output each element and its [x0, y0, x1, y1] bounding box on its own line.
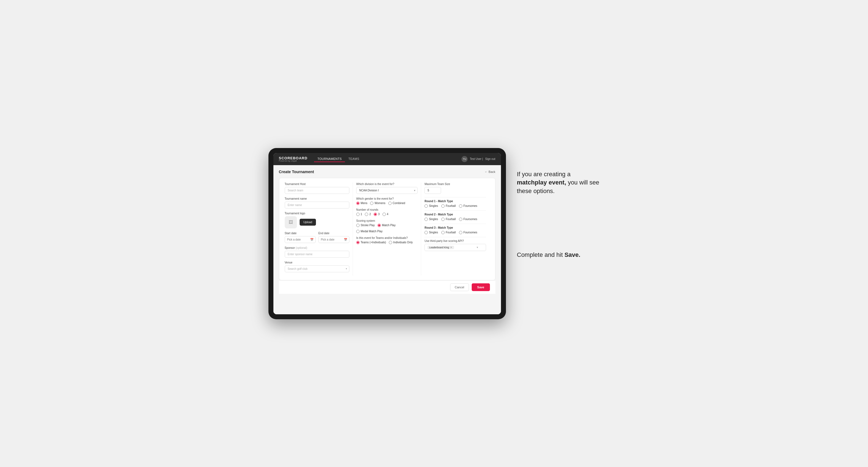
r1-singles-radio[interactable]	[425, 205, 428, 208]
round2-match-type: Round 2 - Match Type Singles Fourball	[425, 213, 486, 221]
nav-links: TOURNAMENTS TEAMS	[314, 156, 362, 162]
logo-placeholder: 🖼	[285, 216, 297, 228]
scoring-stroke-label: Stroke Play	[361, 224, 375, 227]
tournament-logo-label: Tournament logo	[285, 212, 349, 215]
end-date-group: End date 📅	[318, 232, 349, 243]
upload-button[interactable]: Upload	[300, 219, 316, 226]
r2-fourball-radio[interactable]	[441, 218, 445, 221]
r1-foursomes-radio[interactable]	[459, 205, 462, 208]
gender-combined[interactable]: Combined	[388, 201, 405, 205]
round-1[interactable]: 1	[356, 213, 362, 216]
divider4	[425, 237, 486, 237]
gender-womens-label: Womens	[374, 201, 385, 205]
signout-button[interactable]: Sign out	[485, 157, 495, 160]
round-3[interactable]: 3	[374, 213, 380, 216]
gender-womens[interactable]: Womens	[370, 201, 385, 205]
brand-subtitle: Powered by clippit	[279, 160, 308, 162]
gender-combined-radio[interactable]	[388, 201, 392, 205]
round-3-radio[interactable]	[374, 213, 377, 216]
r2-foursomes[interactable]: Foursomes	[459, 218, 477, 221]
scoring-match-label: Match Play	[382, 224, 396, 227]
r2-foursomes-radio[interactable]	[459, 218, 462, 221]
round-2[interactable]: 2	[365, 213, 371, 216]
venue-group: Venue Search golf club ▾	[285, 261, 349, 272]
gender-mens[interactable]: Mens	[356, 201, 367, 205]
r2-singles-label: Singles	[429, 218, 438, 221]
back-button[interactable]: ← Back	[485, 170, 495, 174]
max-team-size-input[interactable]	[425, 187, 441, 194]
r1-singles-label: Singles	[429, 205, 438, 208]
r1-foursomes[interactable]: Foursomes	[459, 205, 477, 208]
round-4[interactable]: 4	[382, 213, 389, 216]
api-select[interactable]: Leaderboard King ✕ ▾	[425, 244, 486, 251]
individuals-radio[interactable]	[389, 241, 392, 244]
r2-fourball[interactable]: Fourball	[441, 218, 456, 221]
api-value: Leaderboard King	[429, 246, 449, 249]
scoring-match-radio[interactable]	[377, 224, 381, 227]
r3-foursomes-radio[interactable]	[459, 231, 462, 234]
page-header: Create Tournament ← Back	[279, 169, 495, 174]
tournament-logo-group: Tournament logo 🖼 Upload	[285, 212, 349, 228]
page-title: Create Tournament	[279, 169, 314, 174]
r1-singles[interactable]: Singles	[425, 205, 438, 208]
teams-radio[interactable]	[356, 241, 360, 244]
nav-teams[interactable]: TEAMS	[345, 156, 362, 162]
nav-right: TU Test User | Sign out	[462, 156, 495, 162]
api-group: Use third-party live scoring API? Leader…	[425, 240, 486, 251]
gender-womens-radio[interactable]	[370, 201, 373, 205]
scoring-stroke[interactable]: Stroke Play	[356, 224, 375, 227]
r3-singles[interactable]: Singles	[425, 231, 438, 234]
scoring-group: Scoring system Stroke Play Match Play	[356, 219, 417, 233]
tournament-host-label: Tournament Host	[285, 183, 349, 186]
save-button[interactable]: Save	[472, 283, 490, 291]
brand-name: SCOREBOARD	[279, 156, 308, 160]
api-chevron-icon: ▾	[477, 246, 478, 249]
r3-singles-label: Singles	[429, 231, 438, 234]
sponsor-group: Sponsor (optional)	[285, 246, 349, 258]
scoring-match[interactable]: Match Play	[377, 224, 396, 227]
teams-option[interactable]: Teams (+Individuals)	[356, 241, 386, 244]
tournament-name-input[interactable]	[285, 201, 349, 209]
venue-chevron-icon: ▾	[346, 267, 347, 270]
r3-fourball-label: Fourball	[446, 231, 456, 234]
calendar-icon-end: 📅	[344, 238, 347, 241]
date-group: Start date 📅 End date	[285, 232, 349, 243]
scoring-medal-radio[interactable]	[356, 230, 360, 233]
gender-group: Which gender is the event for? Mens Wome…	[356, 197, 417, 205]
r2-singles-radio[interactable]	[425, 218, 428, 221]
r2-singles[interactable]: Singles	[425, 218, 438, 221]
form-footer: Cancel Save	[279, 280, 495, 294]
api-remove-icon[interactable]: ✕	[450, 246, 453, 249]
nav-bar: SCOREBOARD Powered by clippit TOURNAMENT…	[273, 153, 501, 165]
brand: SCOREBOARD Powered by clippit	[279, 156, 308, 162]
scoring-medal[interactable]: Medal Match Play	[356, 230, 382, 233]
round3-match-type: Round 3 - Match Type Singles Fourball	[425, 226, 486, 234]
division-label: Which division is the event for?	[356, 183, 417, 186]
r3-singles-radio[interactable]	[425, 231, 428, 234]
rounds-group: Number of rounds 1 2	[356, 208, 417, 216]
round-2-radio[interactable]	[365, 213, 368, 216]
round-1-label: 1	[361, 213, 362, 216]
r1-fourball[interactable]: Fourball	[441, 205, 456, 208]
form-col-left: Tournament Host Tournament name Tourname…	[285, 183, 353, 276]
r3-foursomes[interactable]: Foursomes	[459, 231, 477, 234]
round-1-radio[interactable]	[356, 213, 360, 216]
tournament-host-input[interactable]	[285, 187, 349, 194]
individuals-option[interactable]: Individuals Only	[389, 241, 413, 244]
round-4-radio[interactable]	[382, 213, 386, 216]
r1-fourball-radio[interactable]	[441, 205, 445, 208]
sponsor-input[interactable]	[285, 251, 349, 258]
tablet-screen: SCOREBOARD Powered by clippit TOURNAMENT…	[273, 153, 501, 314]
scoring-label: Scoring system	[356, 219, 417, 222]
r3-fourball-radio[interactable]	[441, 231, 445, 234]
gender-mens-radio[interactable]	[356, 201, 360, 205]
nav-tournaments[interactable]: TOURNAMENTS	[314, 156, 345, 162]
venue-select[interactable]: Search golf club	[285, 266, 349, 272]
r3-fourball[interactable]: Fourball	[441, 231, 456, 234]
end-date-wrapper: 📅	[318, 236, 349, 243]
division-select[interactable]: NCAA Division I	[356, 187, 417, 194]
api-tag: Leaderboard King ✕	[428, 246, 454, 249]
individuals-label-text: Individuals Only	[393, 241, 413, 244]
scoring-stroke-radio[interactable]	[356, 224, 360, 227]
cancel-button[interactable]: Cancel	[450, 283, 469, 291]
